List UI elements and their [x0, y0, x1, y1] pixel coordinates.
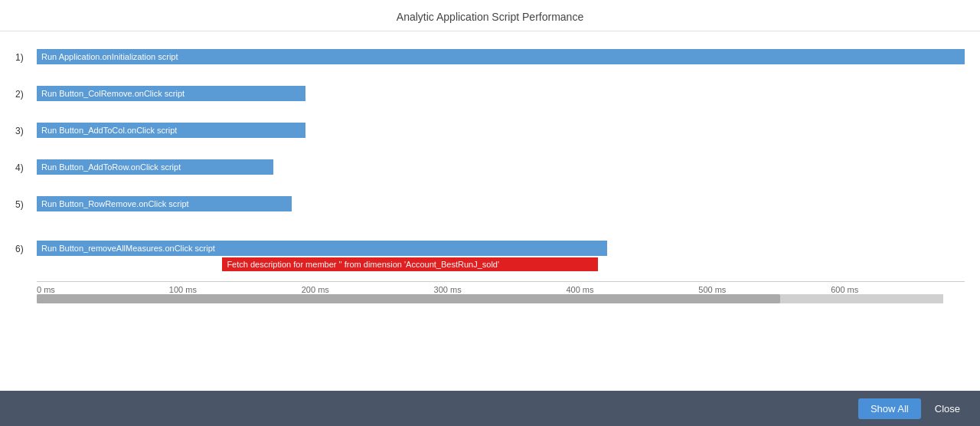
axis-tick-1: 100 ms: [169, 285, 302, 294]
row-number-3: 3): [15, 126, 37, 136]
axis-tick-6: 600 ms: [831, 285, 963, 294]
scrollbar[interactable]: [37, 294, 943, 303]
chart-area: 1)Run Application.onInitialization scrip…: [0, 31, 980, 391]
close-button[interactable]: Close: [927, 398, 968, 419]
row-number-6: 6): [15, 244, 37, 254]
axis: 0 ms100 ms200 ms300 ms400 ms500 ms600 ms: [37, 281, 965, 294]
chart-row-1: 1)Run Application.onInitialization scrip…: [15, 39, 965, 76]
bar-container-5: Run Button_RowRemove.onClick script: [37, 196, 965, 213]
bar-container-6: Run Button_removeAllMeasures.onClick scr…: [37, 241, 965, 257]
chart-row-3: 3)Run Button_AddToCol.onClick script: [15, 113, 965, 149]
bar-label-2: Run Button_ColRemove.onClick script: [41, 89, 185, 98]
bar-1: Run Application.onInitialization script: [37, 49, 965, 64]
row-number-2: 2): [15, 89, 37, 100]
sub-bar-label-6: Fetch description for member '' from dim…: [227, 260, 499, 269]
bar-container-2: Run Button_ColRemove.onClick script: [37, 86, 965, 103]
scrollbar-thumb[interactable]: [37, 294, 780, 303]
bar-4: Run Button_AddToRow.onClick script: [37, 159, 273, 175]
axis-tick-2: 200 ms: [302, 285, 434, 294]
axis-tick-5: 500 ms: [698, 285, 831, 294]
bar-container-3: Run Button_AddToCol.onClick script: [37, 123, 965, 139]
row-number-1: 1): [15, 52, 37, 63]
bar-label-1: Run Application.onInitialization script: [41, 52, 178, 61]
axis-tick-3: 300 ms: [434, 285, 567, 294]
chart-row-5: 5)Run Button_RowRemove.onClick script: [15, 186, 965, 223]
bar-container-1: Run Application.onInitialization script: [37, 49, 965, 66]
chart-row-6: 6)Run Button_removeAllMeasures.onClick s…: [15, 223, 965, 275]
bar-label-6: Run Button_removeAllMeasures.onClick scr…: [41, 244, 215, 253]
page-title: Analytic Application Script Performance: [0, 0, 980, 31]
chart-row-2: 2)Run Button_ColRemove.onClick script: [15, 76, 965, 113]
bar-container-4: Run Button_AddToRow.onClick script: [37, 159, 965, 176]
show-all-button[interactable]: Show All: [858, 398, 921, 419]
bar-5: Run Button_RowRemove.onClick script: [37, 196, 292, 211]
axis-tick-4: 400 ms: [566, 285, 698, 294]
row-number-5: 5): [15, 199, 37, 210]
bar-label-4: Run Button_AddToRow.onClick script: [41, 162, 181, 172]
chart-row-4: 4)Run Button_AddToRow.onClick script: [15, 149, 965, 186]
bar-3: Run Button_AddToCol.onClick script: [37, 123, 305, 138]
row-number-4: 4): [15, 162, 37, 173]
axis-tick-0: 0 ms: [37, 285, 169, 294]
sub-bar-6: Fetch description for member '' from dim…: [222, 257, 598, 271]
bar-label-3: Run Button_AddToCol.onClick script: [41, 126, 177, 135]
chart-rows: 1)Run Application.onInitialization scrip…: [15, 31, 965, 275]
bar-label-5: Run Button_RowRemove.onClick script: [41, 199, 189, 208]
footer: Show All Close: [0, 391, 980, 426]
bar-2: Run Button_ColRemove.onClick script: [37, 86, 305, 101]
bar-6: Run Button_removeAllMeasures.onClick scr…: [37, 241, 607, 256]
